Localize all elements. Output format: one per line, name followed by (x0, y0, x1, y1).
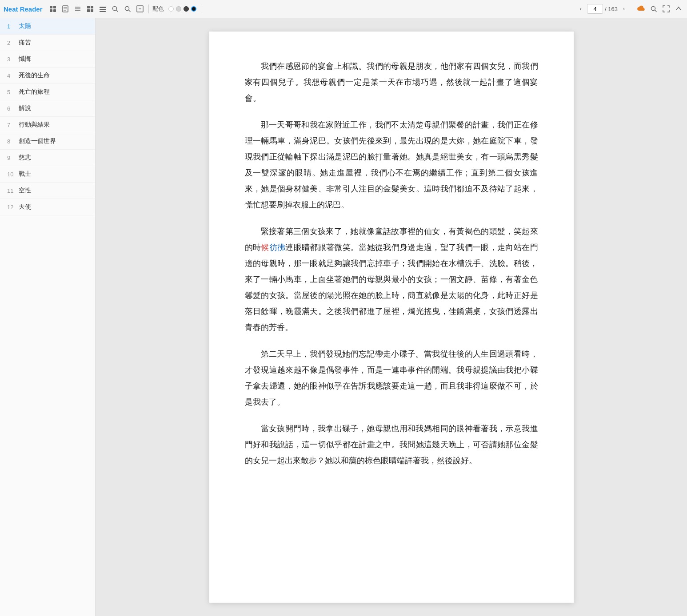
sidebar-item-label: 慈悲 (19, 154, 31, 162)
page-nav: ‹ / 163 › (576, 4, 628, 14)
sidebar-item-label: 死亡的旅程 (19, 88, 50, 96)
file-icon[interactable] (60, 4, 70, 14)
library-icon[interactable] (48, 4, 58, 14)
sidebar-item-label: 天使 (19, 203, 31, 211)
svg-rect-17 (100, 11, 106, 12)
svg-line-21 (128, 10, 130, 12)
zoom-icon[interactable] (135, 4, 145, 14)
svg-rect-3 (53, 9, 56, 12)
sidebar-item-num: 5 (7, 89, 15, 95)
svg-line-19 (116, 10, 118, 12)
sidebar-item-行動與結果[interactable]: 7行動與結果 (0, 117, 95, 133)
menu-icon[interactable] (73, 4, 83, 14)
sidebar-item-label: 行動與結果 (19, 121, 50, 129)
color-gray[interactable] (176, 6, 181, 12)
sidebar-item-空性[interactable]: 11空性 (0, 183, 95, 199)
sidebar-item-天使[interactable]: 12天使 (0, 199, 95, 215)
grid-icon[interactable] (85, 4, 95, 14)
page-content: 我們在感恩節的宴會上相識。我們的母親是朋友，他們家有四個女兒，而我們家有四個兒子… (209, 32, 574, 603)
color-black[interactable] (191, 6, 196, 12)
separator-1 (148, 4, 149, 13)
color-label: 配色 (152, 5, 164, 13)
svg-rect-16 (100, 9, 106, 10)
svg-rect-13 (87, 9, 90, 12)
sidebar-item-死後的生命[interactable]: 4死後的生命 (0, 68, 95, 84)
sidebar-item-label: 太陽 (19, 22, 31, 30)
search-icon[interactable] (110, 4, 120, 14)
sidebar-item-label: 解說 (19, 104, 31, 112)
sidebar-item-label: 痛苦 (19, 39, 31, 47)
svg-rect-2 (50, 9, 52, 12)
svg-rect-11 (87, 6, 90, 8)
reader-area[interactable]: 我們在感恩節的宴會上相識。我們的母親是朋友，他們家有四個女兒，而我們家有四個兒子… (96, 18, 687, 616)
svg-rect-12 (91, 6, 93, 8)
sidebar-item-num: 11 (7, 187, 15, 194)
sidebar-item-解說[interactable]: 6解說 (0, 100, 95, 117)
sidebar-item-num: 10 (7, 171, 15, 178)
sidebar-item-num: 6 (7, 105, 15, 112)
sidebar-item-痛苦[interactable]: 2痛苦 (0, 35, 95, 51)
sidebar-item-慈悲[interactable]: 9慈悲 (0, 150, 95, 166)
sidebar-item-懺悔[interactable]: 3懺悔 (0, 51, 95, 68)
svg-line-25 (655, 10, 657, 12)
page-next-button[interactable]: › (619, 4, 628, 13)
sidebar-item-num: 3 (7, 56, 15, 63)
svg-rect-1 (53, 6, 56, 8)
svg-rect-0 (50, 6, 52, 8)
paragraph-5: 當女孩開門時，我拿出碟子，她母親也用和我媽相同的眼神看著我，示意我進門好和我說話… (245, 421, 538, 469)
page-total: / 163 (605, 6, 618, 12)
fullscreen-icon[interactable] (661, 4, 671, 14)
sidebar-item-創造一個世界[interactable]: 8創造一個世界 (0, 133, 95, 150)
toolbar: Neat Reader 配色 ‹ / 163 › (0, 0, 687, 18)
cloud-icon[interactable] (636, 4, 646, 14)
sidebar-item-label: 死後的生命 (19, 72, 50, 79)
app-name: Neat Reader (4, 5, 43, 13)
svg-rect-14 (91, 9, 93, 12)
page-prev-button[interactable]: ‹ (576, 4, 585, 13)
highlight-red: 候 (261, 243, 269, 252)
paragraph-3: 緊接著第三個女孩來了，她就像童話故事裡的仙女，有黃褐色的頭髮，笑起來的時候彷彿連… (245, 223, 538, 335)
toolbar-right (636, 4, 683, 14)
page-input[interactable] (587, 4, 603, 14)
paragraph-2: 那一天哥哥和我在家附近工作，我們不太清楚母親們聚餐的計畫，我們正在修理一輛馬車，… (245, 117, 538, 213)
paragraph-4: 第二天早上，我們發現她們忘記帶走小碟子。當我從往後的人生回過頭看時，才發現這越來… (245, 346, 538, 410)
list-icon[interactable] (98, 4, 108, 14)
sidebar-item-num: 9 (7, 155, 15, 161)
sidebar-item-num: 7 (7, 122, 15, 128)
collapse-icon[interactable] (674, 4, 683, 14)
color-dots (168, 6, 196, 12)
highlight-blue: 彷彿 (269, 243, 286, 252)
search3-icon[interactable] (649, 4, 659, 14)
sidebar-item-num: 2 (7, 40, 15, 46)
sidebar-item-label: 戰士 (19, 170, 31, 178)
sidebar-item-戰士[interactable]: 10戰士 (0, 166, 95, 183)
color-dark[interactable] (184, 6, 189, 12)
sidebar-item-num: 4 (7, 72, 15, 79)
sidebar-item-label: 懺悔 (19, 55, 31, 63)
sidebar-item-num: 12 (7, 204, 15, 211)
sidebar-item-死亡的旅程[interactable]: 5死亡的旅程 (0, 84, 95, 100)
sidebar-item-label: 空性 (19, 187, 31, 195)
sidebar-item-num: 8 (7, 138, 15, 145)
svg-rect-15 (100, 7, 106, 8)
separator-2 (202, 4, 202, 13)
paragraph-1: 我們在感恩節的宴會上相識。我們的母親是朋友，他們家有四個女兒，而我們家有四個兒子… (245, 58, 538, 106)
search2-icon[interactable] (123, 4, 132, 14)
sidebar-item-label: 創造一個世界 (19, 137, 56, 145)
main-layout: 1太陽2痛苦3懺悔4死後的生命5死亡的旅程6解說7行動與結果8創造一個世界9慈悲… (0, 18, 687, 616)
sidebar: 1太陽2痛苦3懺悔4死後的生命5死亡的旅程6解說7行動與結果8創造一個世界9慈悲… (0, 18, 96, 616)
color-white[interactable] (168, 6, 174, 12)
sidebar-item-num: 1 (7, 23, 15, 30)
sidebar-item-太陽[interactable]: 1太陽 (0, 18, 95, 35)
